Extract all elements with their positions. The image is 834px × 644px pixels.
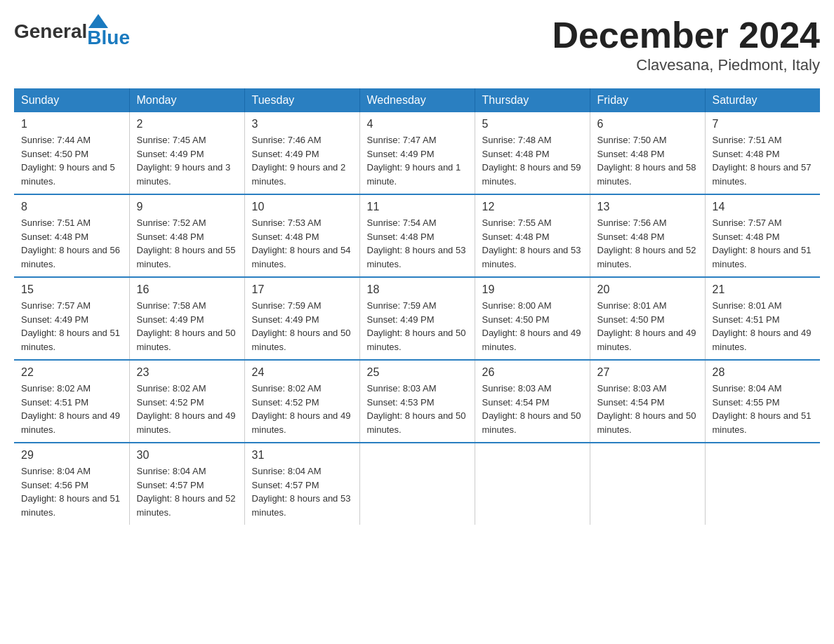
daylight-label: Daylight: 8 hours and 50 minutes. [367,410,466,435]
sunrise-label: Sunrise: 7:45 AM [137,135,206,145]
sunset-label: Sunset: 4:48 PM [597,232,665,242]
calendar-cell: 17 Sunrise: 7:59 AM Sunset: 4:49 PM Dayl… [244,277,359,360]
sunrise-label: Sunrise: 8:04 AM [21,466,91,476]
daylight-label: Daylight: 8 hours and 52 minutes. [137,493,236,518]
calendar-cell: 21 Sunrise: 8:01 AM Sunset: 4:51 PM Dayl… [705,277,820,360]
day-number: 31 [252,449,352,462]
daylight-label: Daylight: 8 hours and 51 minutes. [21,493,120,518]
day-number: 15 [21,283,122,296]
day-info: Sunrise: 8:04 AM Sunset: 4:57 PM Dayligh… [137,464,237,519]
sunset-label: Sunset: 4:49 PM [252,149,319,159]
day-info: Sunrise: 8:00 AM Sunset: 4:50 PM Dayligh… [482,299,583,354]
sunset-label: Sunset: 4:49 PM [21,314,88,325]
day-info: Sunrise: 7:50 AM Sunset: 4:48 PM Dayligh… [597,133,698,188]
sunset-label: Sunset: 4:57 PM [137,480,204,490]
calendar-cell: 8 Sunrise: 7:51 AM Sunset: 4:48 PM Dayli… [14,194,129,277]
day-info: Sunrise: 7:56 AM Sunset: 4:48 PM Dayligh… [597,216,698,271]
day-info: Sunrise: 7:46 AM Sunset: 4:49 PM Dayligh… [252,133,352,188]
sunrise-label: Sunrise: 8:02 AM [21,383,91,394]
sunrise-label: Sunrise: 7:58 AM [137,300,206,311]
page-header: General Blue December 2024 Clavesana, Pi… [14,14,820,74]
calendar-cell: 27 Sunrise: 8:03 AM Sunset: 4:54 PM Dayl… [590,360,705,443]
sunrise-label: Sunrise: 7:53 AM [252,217,322,228]
daylight-label: Daylight: 9 hours and 2 minutes. [252,162,346,187]
day-number: 7 [713,118,814,130]
calendar-week-row: 1 Sunrise: 7:44 AM Sunset: 4:50 PM Dayli… [14,112,820,194]
calendar-cell: 26 Sunrise: 8:03 AM Sunset: 4:54 PM Dayl… [475,360,590,443]
calendar-week-row: 8 Sunrise: 7:51 AM Sunset: 4:48 PM Dayli… [14,194,820,277]
day-number: 25 [367,366,468,379]
sunrise-label: Sunrise: 8:00 AM [482,300,552,311]
calendar-cell [705,443,820,525]
sunrise-label: Sunrise: 8:01 AM [713,300,782,311]
calendar-cell: 16 Sunrise: 7:58 AM Sunset: 4:49 PM Dayl… [129,277,244,360]
day-number: 20 [597,283,698,296]
logo-general-text: General [14,20,87,43]
calendar-header: Sunday Monday Tuesday Wednesday Thursday… [14,88,820,112]
sunset-label: Sunset: 4:50 PM [482,314,550,325]
sunrise-label: Sunrise: 7:57 AM [713,217,782,228]
sunset-label: Sunset: 4:51 PM [713,314,780,325]
calendar-cell: 3 Sunrise: 7:46 AM Sunset: 4:49 PM Dayli… [244,112,359,194]
day-number: 9 [137,201,237,213]
sunset-label: Sunset: 4:52 PM [252,397,319,408]
calendar-cell [590,443,705,525]
sunrise-label: Sunrise: 7:51 AM [713,135,782,145]
daylight-label: Daylight: 8 hours and 59 minutes. [482,162,581,187]
sunrise-label: Sunrise: 8:02 AM [137,383,206,394]
daylight-label: Daylight: 9 hours and 5 minutes. [21,162,115,187]
sunset-label: Sunset: 4:48 PM [713,149,780,159]
sunset-label: Sunset: 4:49 PM [367,149,435,159]
day-number: 11 [367,201,468,213]
sunrise-label: Sunrise: 8:04 AM [252,466,322,476]
calendar-cell: 23 Sunrise: 8:02 AM Sunset: 4:52 PM Dayl… [129,360,244,443]
day-number: 18 [367,283,468,296]
day-number: 28 [713,366,814,379]
calendar-cell: 30 Sunrise: 8:04 AM Sunset: 4:57 PM Dayl… [129,443,244,525]
daylight-label: Daylight: 8 hours and 49 minutes. [482,328,581,352]
sunday-header: Sunday [14,88,129,112]
daylight-label: Daylight: 9 hours and 3 minutes. [137,162,231,187]
sunrise-label: Sunrise: 7:50 AM [597,135,667,145]
day-number: 27 [597,366,698,379]
month-title: December 2024 [552,14,820,56]
day-info: Sunrise: 7:53 AM Sunset: 4:48 PM Dayligh… [252,216,352,271]
sunrise-label: Sunrise: 7:44 AM [21,135,91,145]
calendar-week-row: 15 Sunrise: 7:57 AM Sunset: 4:49 PM Dayl… [14,277,820,360]
sunrise-label: Sunrise: 8:02 AM [252,383,322,394]
sunset-label: Sunset: 4:50 PM [597,314,665,325]
calendar-cell: 29 Sunrise: 8:04 AM Sunset: 4:56 PM Dayl… [14,443,129,525]
daylight-label: Daylight: 8 hours and 51 minutes. [713,245,812,269]
day-number: 2 [137,118,237,130]
day-number: 12 [482,201,583,213]
calendar-cell: 19 Sunrise: 8:00 AM Sunset: 4:50 PM Dayl… [475,277,590,360]
sunset-label: Sunset: 4:48 PM [137,232,204,242]
daylight-label: Daylight: 8 hours and 49 minutes. [597,328,696,352]
day-info: Sunrise: 7:58 AM Sunset: 4:49 PM Dayligh… [137,299,237,354]
sunset-label: Sunset: 4:48 PM [482,232,550,242]
daylight-label: Daylight: 8 hours and 56 minutes. [21,245,120,269]
sunset-label: Sunset: 4:52 PM [137,397,204,408]
day-number: 24 [252,366,352,379]
wednesday-header: Wednesday [359,88,475,112]
sunset-label: Sunset: 4:54 PM [597,397,665,408]
day-number: 22 [21,366,122,379]
calendar-cell: 15 Sunrise: 7:57 AM Sunset: 4:49 PM Dayl… [14,277,129,360]
sunset-label: Sunset: 4:48 PM [252,232,319,242]
sunrise-label: Sunrise: 7:48 AM [482,135,552,145]
day-number: 6 [597,118,698,130]
daylight-label: Daylight: 8 hours and 49 minutes. [21,410,120,435]
day-number: 10 [252,201,352,213]
daylight-label: Daylight: 8 hours and 49 minutes. [252,410,351,435]
logo-blue-part: Blue [87,14,130,49]
logo: General Blue [14,14,130,49]
sunset-label: Sunset: 4:48 PM [713,232,780,242]
daylight-label: Daylight: 8 hours and 50 minutes. [367,328,466,352]
sunset-label: Sunset: 4:55 PM [713,397,780,408]
sunrise-label: Sunrise: 7:51 AM [21,217,91,228]
sunset-label: Sunset: 4:48 PM [21,232,88,242]
location: Clavesana, Piedmont, Italy [552,56,820,74]
sunrise-label: Sunrise: 7:46 AM [252,135,322,145]
calendar-week-row: 29 Sunrise: 8:04 AM Sunset: 4:56 PM Dayl… [14,443,820,525]
day-info: Sunrise: 7:55 AM Sunset: 4:48 PM Dayligh… [482,216,583,271]
